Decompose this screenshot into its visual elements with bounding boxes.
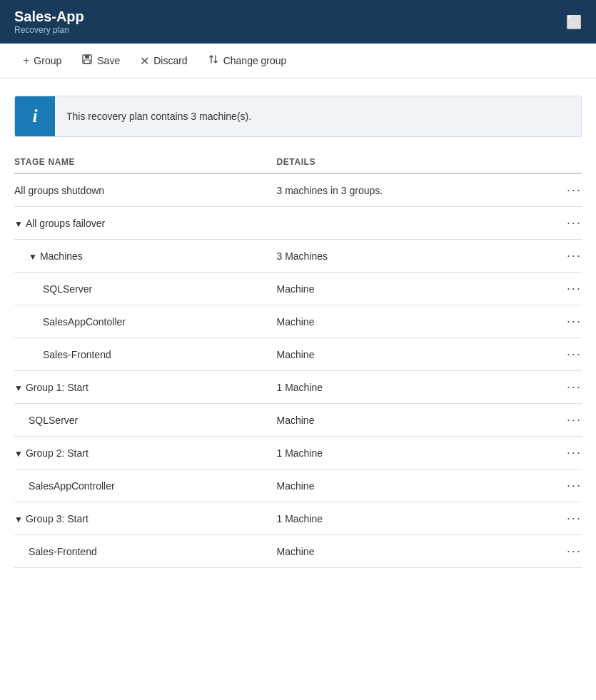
header-title-block: Sales-App Recovery plan (14, 9, 84, 35)
info-icon: i (32, 106, 37, 127)
toolbar: + Group Save ✕ Discard Change group (0, 44, 596, 78)
row-name-sqlserver-1: SQLServer (14, 283, 277, 295)
table-row: Sales-FrontendMachine··· (14, 338, 582, 371)
info-icon-box: i (15, 96, 55, 136)
row-name-text: Group 1: Start (26, 382, 89, 393)
discard-icon: ✕ (140, 54, 149, 68)
row-actions-sqlserver-1[interactable]: ··· (539, 281, 582, 296)
add-icon: + (23, 54, 29, 67)
row-name-salesapp-contoller: SalesAppContoller (14, 316, 277, 328)
row-actions-group2-start[interactable]: ··· (539, 445, 582, 460)
change-group-label: Change group (223, 55, 287, 66)
row-name-sqlserver-2: SQLServer (14, 415, 277, 426)
table-row: All groups shutdown3 machines in 3 group… (14, 174, 582, 207)
row-actions-sales-frontend-2[interactable]: ··· (539, 544, 582, 559)
discard-label: Discard (153, 55, 187, 66)
save-icon (81, 54, 93, 68)
row-details-group1-start: 1 Machine (277, 382, 540, 393)
row-name-text: Group 3: Start (26, 513, 89, 524)
row-actions-sqlserver-2[interactable]: ··· (539, 412, 582, 427)
table-row: SalesAppContollerMachine··· (14, 305, 582, 338)
row-name-text: SQLServer (29, 415, 78, 426)
table-row: ▼ Group 3: Start1 Machine··· (14, 502, 582, 535)
row-name-machines: ▼ Machines (14, 250, 277, 262)
table-row: SalesAppControllerMachine··· (14, 470, 582, 502)
table-body: All groups shutdown3 machines in 3 group… (14, 174, 582, 568)
row-actions-salesapp-contoller[interactable]: ··· (539, 314, 582, 329)
row-name-group2-start: ▼ Group 2: Start (14, 447, 277, 459)
row-name-text: SalesAppContoller (43, 316, 126, 328)
caret-icon[interactable]: ▼ (14, 219, 23, 229)
row-actions-all-groups-failover[interactable]: ··· (539, 215, 582, 230)
row-details-salesapp-controller: Machine (277, 480, 540, 492)
row-name-text: SQLServer (43, 283, 92, 295)
row-name-group3-start: ▼ Group 3: Start (14, 513, 277, 524)
row-actions-all-groups-shutdown[interactable]: ··· (539, 183, 582, 198)
table-header: STAGE NAME DETAILS (14, 151, 582, 174)
info-banner-text: This recovery plan contains 3 machine(s)… (55, 111, 263, 122)
row-name-all-groups-shutdown: All groups shutdown (14, 185, 277, 196)
table-row: SQLServerMachine··· (14, 273, 582, 305)
row-name-text: Machines (40, 250, 83, 262)
row-details-group2-start: 1 Machine (277, 447, 540, 459)
caret-icon[interactable]: ▼ (29, 252, 37, 262)
row-name-group1-start: ▼ Group 1: Start (14, 382, 277, 393)
table-row: ▼ Group 1: Start1 Machine··· (14, 371, 582, 404)
row-details-all-groups-shutdown: 3 machines in 3 groups. (277, 185, 540, 196)
recovery-plan-table: STAGE NAME DETAILS All groups shutdown3 … (14, 151, 582, 568)
row-actions-machines[interactable]: ··· (539, 248, 582, 263)
col-details: DETAILS (277, 157, 540, 167)
table-row: SQLServerMachine··· (14, 404, 582, 437)
row-name-text: Sales-Frontend (43, 349, 111, 360)
save-label: Save (97, 55, 120, 66)
row-actions-group1-start[interactable]: ··· (539, 380, 582, 395)
row-details-sqlserver-2: Machine (277, 415, 540, 426)
row-name-text: SalesAppController (29, 480, 115, 492)
table-row: ▼ Group 2: Start1 Machine··· (14, 437, 582, 470)
change-group-icon (208, 54, 219, 68)
row-details-sqlserver-1: Machine (277, 283, 540, 295)
app-subtitle: Recovery plan (14, 25, 84, 35)
discard-button[interactable]: ✕ Discard (131, 50, 196, 72)
caret-icon[interactable]: ▼ (14, 514, 23, 524)
col-stage-name: STAGE NAME (14, 157, 277, 167)
row-name-all-groups-failover: ▼ All groups failover (14, 218, 277, 229)
row-details-salesapp-contoller: Machine (277, 316, 540, 328)
row-details-machines: 3 Machines (277, 250, 540, 262)
change-group-button[interactable]: Change group (199, 49, 296, 72)
row-name-sales-frontend-2: Sales-Frontend (14, 546, 277, 557)
window-restore-icon[interactable]: ⬜ (566, 14, 582, 30)
table-row: ▼ Machines3 Machines··· (14, 240, 582, 273)
app-header: Sales-App Recovery plan ⬜ (0, 0, 596, 44)
row-actions-salesapp-controller[interactable]: ··· (539, 478, 582, 493)
row-actions-group3-start[interactable]: ··· (539, 511, 582, 526)
row-name-text: All groups failover (26, 218, 105, 229)
table-row: ▼ All groups failover··· (14, 207, 582, 240)
info-banner: i This recovery plan contains 3 machine(… (14, 96, 582, 137)
row-name-salesapp-controller: SalesAppController (14, 480, 277, 492)
app-name: Sales-App (14, 9, 84, 25)
row-actions-sales-frontend-1[interactable]: ··· (539, 347, 582, 362)
save-button[interactable]: Save (73, 49, 128, 72)
row-name-text: All groups shutdown (14, 185, 104, 196)
row-name-sales-frontend-1: Sales-Frontend (14, 349, 277, 360)
svg-rect-1 (85, 55, 89, 59)
row-details-sales-frontend-1: Machine (277, 349, 540, 360)
table-row: Sales-FrontendMachine··· (14, 535, 582, 568)
row-name-text: Sales-Frontend (29, 546, 97, 557)
row-name-text: Group 2: Start (26, 447, 89, 459)
add-group-label: Group (34, 55, 61, 66)
caret-icon[interactable]: ▼ (14, 449, 23, 459)
row-details-group3-start: 1 Machine (277, 513, 540, 524)
row-details-sales-frontend-2: Machine (277, 546, 540, 557)
caret-icon[interactable]: ▼ (14, 383, 23, 393)
add-group-button[interactable]: + Group (14, 50, 70, 71)
